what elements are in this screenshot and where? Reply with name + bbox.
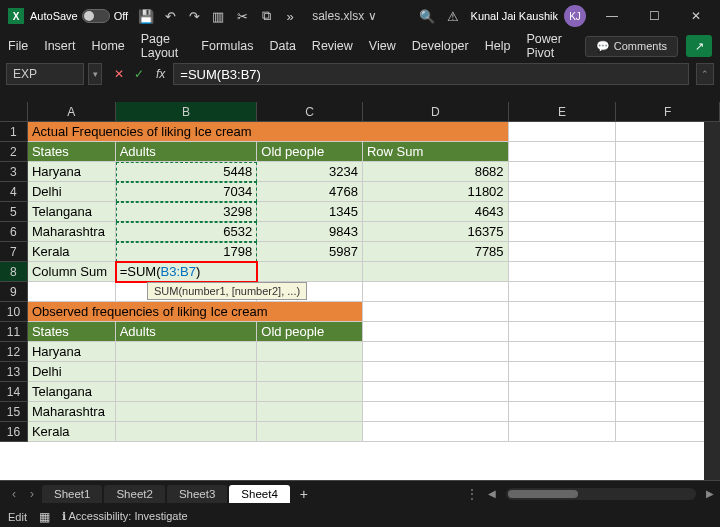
sheet-nav-prev[interactable]: ‹ — [6, 487, 22, 501]
cell-a15[interactable]: Maharashtra — [28, 402, 116, 422]
cell-d9[interactable] — [363, 282, 509, 302]
cell-c13[interactable] — [257, 362, 363, 382]
sheet-options-icon[interactable]: ⋮ — [466, 487, 478, 501]
tab-view[interactable]: View — [369, 39, 396, 53]
accept-formula-icon[interactable]: ✓ — [130, 65, 148, 83]
fx-icon[interactable]: fx — [156, 67, 165, 81]
minimize-button[interactable]: — — [596, 2, 628, 30]
formula-bar[interactable]: =SUM(B3:B7) — [173, 63, 689, 85]
tab-file[interactable]: File — [8, 39, 28, 53]
cell-e2[interactable] — [509, 142, 617, 162]
horizontal-scrollbar[interactable] — [506, 488, 696, 500]
cancel-formula-icon[interactable]: ✕ — [110, 65, 128, 83]
cell-a11[interactable]: States — [28, 322, 116, 342]
cell-b4[interactable]: 7034 — [116, 182, 258, 202]
hscroll-right-icon[interactable]: ▶ — [706, 488, 714, 499]
cell-d2[interactable]: Row Sum — [363, 142, 509, 162]
cell-b12[interactable] — [116, 342, 258, 362]
user-account[interactable]: Kunal Jai Kaushik KJ — [471, 5, 586, 27]
cell-c1[interactable] — [257, 122, 363, 142]
cell-c12[interactable] — [257, 342, 363, 362]
tab-insert[interactable]: Insert — [44, 39, 75, 53]
vertical-scrollbar[interactable] — [704, 122, 720, 480]
cell-c7[interactable]: 5987 — [257, 242, 363, 262]
search-icon[interactable]: 🔍 — [419, 8, 435, 24]
cell-b13[interactable] — [116, 362, 258, 382]
cell-a8[interactable]: Column Sum — [28, 262, 116, 282]
sheet-tab-1[interactable]: Sheet1 — [42, 485, 102, 503]
cell-a10[interactable]: Observed frequencies of liking Ice cream — [28, 302, 116, 322]
cell-a16[interactable]: Kerala — [28, 422, 116, 442]
sheet-tab-3[interactable]: Sheet3 — [167, 485, 227, 503]
col-header-f[interactable]: F — [616, 102, 720, 122]
tab-review[interactable]: Review — [312, 39, 353, 53]
cell-d14[interactable] — [363, 382, 509, 402]
sheet-tab-4[interactable]: Sheet4 — [229, 485, 289, 503]
tab-data[interactable]: Data — [269, 39, 295, 53]
cell-b14[interactable] — [116, 382, 258, 402]
cut-icon[interactable]: ✂ — [234, 8, 250, 24]
undo-icon[interactable]: ↶ — [162, 8, 178, 24]
cell-d10[interactable] — [363, 302, 509, 322]
document-title[interactable]: sales.xlsx ∨ — [312, 9, 376, 23]
row-header-12[interactable]: 12 — [0, 342, 28, 362]
cell-d6[interactable]: 16375 — [363, 222, 509, 242]
row-header-2[interactable]: 2 — [0, 142, 28, 162]
hscroll-thumb[interactable] — [508, 490, 578, 498]
formula-bar-expand[interactable]: ⌃ — [696, 63, 714, 85]
redo-icon[interactable]: ↷ — [186, 8, 202, 24]
cell-d5[interactable]: 4643 — [363, 202, 509, 222]
row-header-16[interactable]: 16 — [0, 422, 28, 442]
row-header-15[interactable]: 15 — [0, 402, 28, 422]
cell-e13[interactable] — [509, 362, 617, 382]
col-header-e[interactable]: E — [509, 102, 617, 122]
tab-power-pivot[interactable]: Power Pivot — [526, 32, 568, 60]
close-button[interactable]: ✕ — [680, 2, 712, 30]
cell-e7[interactable] — [509, 242, 617, 262]
cell-c3[interactable]: 3234 — [257, 162, 363, 182]
overflow-icon[interactable]: » — [282, 8, 298, 24]
cell-d11[interactable] — [363, 322, 509, 342]
cell-c15[interactable] — [257, 402, 363, 422]
row-header-9[interactable]: 9 — [0, 282, 28, 302]
cell-c2[interactable]: Old people — [257, 142, 363, 162]
row-header-7[interactable]: 7 — [0, 242, 28, 262]
accessibility-status[interactable]: ℹ Accessibility: Investigate — [62, 510, 188, 523]
sheet-tab-2[interactable]: Sheet2 — [104, 485, 164, 503]
cell-c5[interactable]: 1345 — [257, 202, 363, 222]
save-icon[interactable]: 💾 — [138, 8, 154, 24]
share-button[interactable]: ↗ — [686, 35, 712, 57]
cell-e5[interactable] — [509, 202, 617, 222]
cell-a12[interactable]: Haryana — [28, 342, 116, 362]
cell-d4[interactable]: 11802 — [363, 182, 509, 202]
select-all-corner[interactable] — [0, 102, 28, 122]
cell-d16[interactable] — [363, 422, 509, 442]
cell-c4[interactable]: 4768 — [257, 182, 363, 202]
cell-a3[interactable]: Haryana — [28, 162, 116, 182]
hscroll-left-icon[interactable]: ◀ — [488, 488, 496, 499]
cell-e9[interactable] — [509, 282, 617, 302]
cell-b11[interactable]: Adults — [116, 322, 258, 342]
cell-d13[interactable] — [363, 362, 509, 382]
tab-page-layout[interactable]: Page Layout — [141, 32, 186, 60]
col-header-a[interactable]: A — [28, 102, 116, 122]
cell-b8-active[interactable]: =SUM(B3:B7) — [116, 262, 258, 282]
cell-b6[interactable]: 6532 — [116, 222, 258, 242]
cell-e12[interactable] — [509, 342, 617, 362]
name-box-dropdown[interactable]: ▾ — [88, 63, 102, 85]
cell-d12[interactable] — [363, 342, 509, 362]
cell-a5[interactable]: Telangana — [28, 202, 116, 222]
name-box[interactable]: EXP — [6, 63, 84, 85]
cell-e16[interactable] — [509, 422, 617, 442]
cell-c16[interactable] — [257, 422, 363, 442]
cell-a6[interactable]: Maharashtra — [28, 222, 116, 242]
row-header-4[interactable]: 4 — [0, 182, 28, 202]
cell-e3[interactable] — [509, 162, 617, 182]
row-header-14[interactable]: 14 — [0, 382, 28, 402]
cell-b15[interactable] — [116, 402, 258, 422]
row-header-6[interactable]: 6 — [0, 222, 28, 242]
comments-button[interactable]: 💬 Comments — [585, 36, 678, 57]
cell-c14[interactable] — [257, 382, 363, 402]
cell-b3[interactable]: 5448 — [116, 162, 258, 182]
cell-c11[interactable]: Old people — [257, 322, 363, 342]
